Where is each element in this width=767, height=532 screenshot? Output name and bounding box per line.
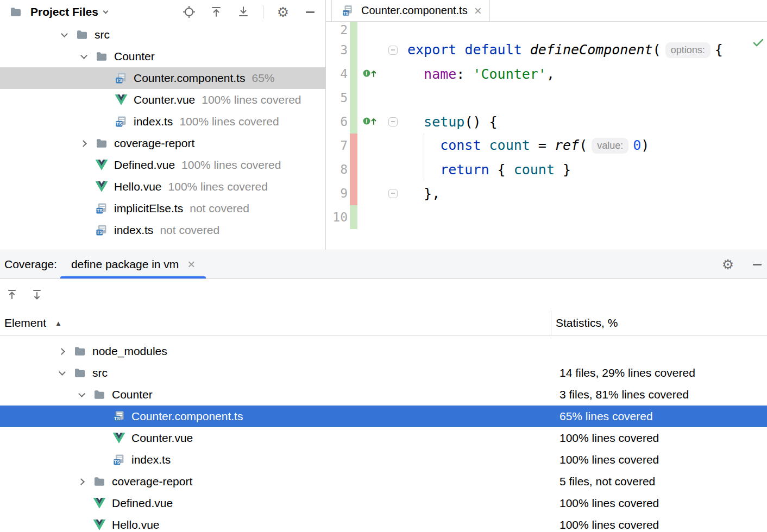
project-tree-item-src[interactable]: src — [0, 24, 325, 46]
coverage-toolbar — [0, 279, 767, 311]
chevron-right-icon[interactable] — [80, 140, 87, 147]
item-coverage-note: 100% lines covered — [181, 159, 281, 172]
project-toolbar: ⚙ — [181, 4, 318, 20]
editor-line[interactable]: 10 — [326, 205, 767, 229]
expand-all-button[interactable] — [209, 4, 224, 20]
chevron-down-icon[interactable] — [61, 30, 68, 37]
indent-guide — [424, 134, 424, 181]
project-tree-item-defined-vue[interactable]: Defined.vue100% lines covered — [0, 154, 325, 176]
item-coverage-note: 65% — [252, 72, 274, 85]
crosshair-icon — [182, 5, 196, 19]
line-number: 3 — [326, 43, 350, 57]
code-text: const count = ref(value:0) — [402, 137, 649, 154]
coverage-row-src[interactable]: src14 files, 29% lines covered — [0, 362, 767, 384]
editor-line[interactable]: 9 }, — [326, 181, 767, 205]
editor-line[interactable]: 6 setup() { — [326, 110, 767, 134]
coverage-down-button[interactable] — [29, 287, 45, 302]
coverage-suite-name: define package in vm — [71, 258, 179, 271]
chevron-down-icon[interactable] — [80, 52, 87, 59]
sort-ascending-icon: ▲ — [55, 319, 62, 327]
coverage-row-node-modules[interactable]: node_modules — [0, 340, 767, 362]
ts-file-icon: TS — [111, 410, 127, 423]
coverage-row-counter-component-ts[interactable]: TSCounter.component.ts65% lines covered — [0, 406, 767, 427]
select-opened-file-button[interactable] — [181, 4, 197, 20]
line-coverage-strip — [350, 157, 357, 181]
coverage-row-coverage-report[interactable]: coverage-report5 files, not covered — [0, 471, 767, 492]
item-coverage-note: 100% lines covered — [179, 115, 279, 128]
item-label: Hello.vue — [112, 518, 160, 531]
project-tree-item-index-ts[interactable]: TSindex.tsnot covered — [0, 219, 325, 241]
editor-tab-counter-component-ts[interactable]: TS Counter.component.ts × — [331, 0, 490, 21]
chevron-slot — [52, 349, 72, 354]
coverage-row-counter[interactable]: Counter3 files, 81% lines covered — [0, 384, 767, 406]
chevron-down-icon[interactable] — [59, 369, 66, 376]
item-coverage-note: 100% lines covered — [202, 93, 301, 106]
tool-window-folder-icon — [8, 7, 24, 17]
chevron-down-icon[interactable] — [78, 390, 85, 397]
chevron-down-icon[interactable] — [103, 8, 108, 14]
coverage-row-index-ts[interactable]: TSindex.ts100% lines covered — [0, 449, 767, 471]
line-coverage-strip — [350, 110, 357, 134]
minimize-icon — [306, 11, 315, 13]
coverage-settings-button[interactable]: ⚙ — [720, 257, 735, 272]
project-tree-item-counter-component-ts[interactable]: TSCounter.component.ts65% — [0, 67, 325, 89]
top-area: Project Files ⚙ srcCoun — [0, 0, 767, 250]
project-settings-button[interactable]: ⚙ — [275, 4, 291, 20]
column-header-statistics[interactable]: Statistics, % — [551, 311, 767, 335]
chevron-slot — [72, 394, 91, 396]
project-view-title[interactable]: Project Files — [30, 5, 98, 18]
element-column-label: Element — [4, 316, 46, 330]
code-editor-area[interactable]: 23export default defineComponent(options… — [326, 22, 767, 250]
folder-icon — [93, 138, 110, 148]
close-icon[interactable]: × — [187, 258, 195, 271]
inspection-ok-icon[interactable] — [753, 35, 764, 50]
vue-file-icon — [91, 498, 108, 509]
item-coverage-note: 100% lines covered — [168, 180, 268, 193]
inlay-hint: options: — [665, 42, 711, 58]
coverage-row-hello-vue[interactable]: Hello.vue100% lines covered — [0, 514, 767, 532]
coverage-up-button[interactable] — [4, 287, 20, 302]
project-tree-item-index-ts[interactable]: TSindex.ts100% lines covered — [0, 111, 325, 132]
coverage-gutter-icon[interactable] — [362, 66, 379, 82]
project-tree-item-counter-vue[interactable]: Counter.vue100% lines covered — [0, 89, 325, 111]
fold-marker-icon[interactable] — [388, 46, 398, 55]
project-tree-item-counter[interactable]: Counter — [0, 46, 325, 67]
row-statistics: 14 files, 29% lines covered — [555, 366, 767, 379]
editor-line[interactable]: 7 const count = ref(value:0) — [326, 134, 767, 157]
chevron-right-icon[interactable] — [78, 478, 85, 485]
line-number: 8 — [326, 162, 350, 176]
editor-line[interactable]: 2 — [326, 22, 767, 38]
fold-marker-icon[interactable] — [388, 117, 398, 126]
hide-project-panel-button[interactable] — [303, 4, 318, 20]
editor-line[interactable]: 5 — [326, 86, 767, 110]
fold-marker-icon[interactable] — [388, 189, 398, 198]
coverage-gutter-icon[interactable] — [362, 114, 379, 130]
vue-file-icon — [93, 181, 110, 192]
project-tree-item-hello-vue[interactable]: Hello.vue100% lines covered — [0, 176, 325, 198]
project-tree-item-implicitelse-ts[interactable]: TSimplicitElse.tsnot covered — [0, 198, 325, 219]
coverage-row-defined-vue[interactable]: Defined.vue100% lines covered — [0, 492, 767, 514]
close-icon[interactable]: × — [474, 4, 482, 17]
folder-icon — [91, 477, 108, 486]
line-number: 6 — [326, 115, 350, 129]
vue-file-icon — [111, 433, 127, 444]
item-coverage-note: not covered — [160, 224, 219, 237]
editor: TS Counter.component.ts × 23export defau… — [326, 0, 767, 250]
line-number: 4 — [326, 67, 350, 81]
column-header-element[interactable]: Element ▲ — [0, 311, 551, 335]
coverage-label: Coverage: — [4, 258, 57, 271]
item-label: node_modules — [92, 345, 167, 358]
collapse-all-button[interactable] — [236, 4, 251, 20]
hide-coverage-panel-button[interactable] — [750, 257, 765, 272]
item-label: Counter.vue — [134, 93, 195, 106]
chevron-right-icon[interactable] — [58, 348, 65, 355]
editor-line[interactable]: 3export default defineComponent(options:… — [326, 38, 767, 62]
arrow-up-from-bar-icon — [5, 288, 19, 302]
editor-line[interactable]: 4 name: 'Counter', — [326, 62, 767, 86]
editor-line[interactable]: 8 return { count } — [326, 157, 767, 181]
coverage-row-counter-vue[interactable]: Counter.vue100% lines covered — [0, 427, 767, 449]
code-text: name: 'Counter', — [402, 66, 555, 82]
coverage-suite-tab[interactable]: define package in vm × — [60, 250, 206, 278]
arrow-down-from-bar-icon — [30, 288, 44, 302]
project-tree-item-coverage-report[interactable]: coverage-report — [0, 132, 325, 154]
